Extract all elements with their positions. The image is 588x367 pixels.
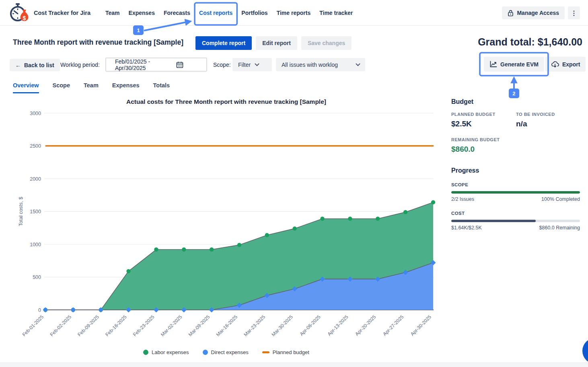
back-to-list-label: Back to list	[24, 62, 54, 68]
nav-item-cost-reports[interactable]: Cost reports	[199, 10, 232, 16]
scope-completed-pct: 100% Completed	[541, 196, 580, 202]
nav-item-expenses[interactable]: Expenses	[129, 10, 155, 16]
save-changes-button[interactable]: Save changes	[301, 36, 352, 50]
cost-progress-label: COST	[451, 211, 580, 216]
cost-spent-value: $1.64K/$2.5K	[451, 225, 482, 231]
complete-report-button[interactable]: Complete report	[195, 36, 252, 50]
svg-text:500: 500	[33, 274, 41, 280]
stopwatch-moneybag-icon: $	[6, 2, 30, 23]
main-nav: Team Expenses Forecasts Cost reports Por…	[105, 0, 353, 26]
report-tabs: Overview Scope Team Expenses Totals	[13, 82, 170, 93]
more-options-button[interactable]: ⋮	[568, 6, 580, 19]
scope-filter-select[interactable]: Filter	[232, 58, 272, 71]
chat-widget-button[interactable]	[582, 338, 588, 364]
nav-item-team[interactable]: Team	[105, 10, 120, 16]
tab-totals[interactable]: Totals	[153, 82, 170, 93]
back-to-list-button[interactable]: ← Back to list	[10, 59, 60, 71]
issues-filter-value: All issues with worklog	[282, 62, 352, 68]
legend-swatch	[262, 351, 269, 353]
svg-text:2500: 2500	[30, 143, 41, 149]
actual-costs-chart[interactable]: 050010001500200025003000Total costs, $Fe…	[8, 108, 444, 349]
annotation-step-2-badge: 2	[509, 89, 519, 98]
scope-progress-bar	[451, 191, 580, 194]
back-arrow-icon: ←	[15, 62, 21, 68]
to-be-invoiced-label: TO BE INVOICED	[516, 112, 555, 117]
grand-total: Grand total: $1,640.00	[478, 36, 582, 48]
tab-expenses[interactable]: Expenses	[112, 82, 140, 93]
svg-text:Mar-30-2025: Mar-30-2025	[270, 314, 294, 338]
svg-text:Feb-01-2025: Feb-01-2025	[21, 314, 45, 338]
svg-text:Mar-02-2025: Mar-02-2025	[160, 314, 183, 338]
svg-text:Apr-27-2025: Apr-27-2025	[382, 314, 405, 337]
planned-budget-value: $2.5K	[451, 120, 516, 128]
worklog-period-input[interactable]: Feb/01/2025 - Apr/30/2025	[105, 58, 207, 72]
app-header: $ Cost Tracker for Jira Team Expenses Fo…	[0, 0, 588, 26]
scope-progress-fill	[451, 191, 580, 194]
legend-item-labor-expenses: Labor expenses	[143, 349, 189, 355]
svg-text:1500: 1500	[30, 209, 41, 214]
edit-report-button[interactable]: Edit report	[256, 36, 297, 50]
budget-heading: Budget	[451, 98, 580, 105]
app-title: Cost Tracker for Jira	[34, 10, 90, 16]
scope-issues-count: 2/2 Issues	[451, 196, 474, 202]
scope-filter-value: Filter	[238, 62, 251, 68]
worklog-period-value: Feb/01/2025 - Apr/30/2025	[115, 58, 158, 71]
legend-label: Planned budget	[273, 349, 309, 355]
manage-access-button[interactable]: Manage Access	[502, 6, 565, 19]
remaining-budget-label: REMAINING BUDGET	[451, 137, 580, 142]
cost-progress-bar	[451, 220, 580, 222]
filter-bar: ← Back to list Worklog period: Feb/01/20…	[0, 58, 588, 74]
chevron-down-icon	[255, 63, 259, 66]
nav-item-time-tracker[interactable]: Time tracker	[319, 10, 353, 16]
svg-text:1000: 1000	[30, 242, 41, 247]
legend-label: Direct expenses	[211, 349, 249, 355]
issues-filter-select[interactable]: All issues with worklog	[276, 58, 365, 71]
svg-text:Mar-16-2025: Mar-16-2025	[215, 314, 239, 338]
cost-progress-fill	[451, 220, 536, 222]
tab-team[interactable]: Team	[84, 82, 99, 93]
annotation-step-1-badge: 1	[133, 25, 144, 35]
svg-text:Apr-13-2025: Apr-13-2025	[326, 314, 349, 337]
svg-text:Apr-30-2025: Apr-30-2025	[409, 314, 432, 337]
svg-text:Mar-23-2025: Mar-23-2025	[243, 314, 266, 338]
scope-label: Scope:	[213, 62, 231, 68]
kebab-icon: ⋮	[571, 9, 577, 17]
legend-label: Labor expenses	[152, 349, 189, 355]
nav-item-portfolios[interactable]: Portfolios	[241, 10, 267, 16]
nav-item-time-reports[interactable]: Time reports	[277, 10, 311, 16]
export-label: Export	[562, 61, 580, 68]
manage-access-label: Manage Access	[517, 10, 559, 16]
calendar-icon	[158, 61, 202, 68]
tab-scope[interactable]: Scope	[53, 82, 70, 93]
nav-item-forecasts[interactable]: Forecasts	[164, 10, 190, 16]
svg-text:Feb-09-2025: Feb-09-2025	[76, 314, 100, 338]
legend-item-planned-budget: Planned budget	[262, 349, 309, 355]
cost-chart-panel: Actual costs for Three Month report with…	[8, 97, 444, 364]
svg-text:Total costs, $: Total costs, $	[18, 197, 24, 226]
export-button[interactable]: Export	[545, 57, 586, 72]
svg-text:0: 0	[38, 307, 41, 313]
svg-text:Apr-06-2025: Apr-06-2025	[299, 314, 322, 337]
planned-budget-label: PLANNED BUDGET	[451, 112, 516, 117]
chart-line-icon	[489, 61, 497, 68]
svg-text:Feb-02-2025: Feb-02-2025	[49, 314, 72, 338]
svg-text:Apr-20-2025: Apr-20-2025	[354, 314, 377, 337]
svg-text:Mar-09-2025: Mar-09-2025	[187, 314, 211, 338]
horizontal-scrollbar[interactable]	[0, 363, 588, 367]
svg-text:2000: 2000	[30, 176, 41, 182]
svg-text:Feb-23-2025: Feb-23-2025	[132, 314, 156, 338]
cloud-download-icon	[551, 61, 559, 68]
remaining-budget-value: $860.0	[451, 145, 580, 154]
scope-progress-label: SCOPE	[451, 182, 580, 187]
svg-text:3000: 3000	[30, 111, 41, 116]
svg-text:Feb-16-2025: Feb-16-2025	[104, 314, 128, 338]
chart-title: Actual costs for Three Month report with…	[8, 98, 444, 105]
tab-overview[interactable]: Overview	[13, 82, 39, 93]
legend-swatch	[203, 350, 208, 355]
summary-sidebar: Budget PLANNED BUDGET $2.5K TO BE INVOIC…	[451, 98, 580, 231]
generate-evm-button[interactable]: Generate EVM	[484, 57, 544, 72]
cost-remaining-value: $860.0 Remaining	[539, 225, 580, 231]
legend-item-direct-expenses: Direct expenses	[203, 349, 249, 355]
to-be-invoiced-value: n/a	[516, 120, 555, 128]
app-logo[interactable]: $	[6, 2, 30, 23]
